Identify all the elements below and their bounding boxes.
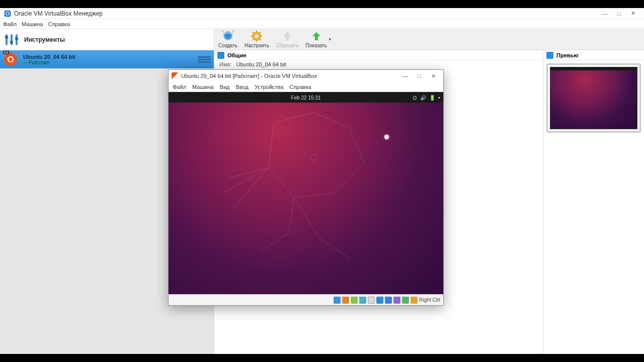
svg-point-11	[11, 56, 13, 58]
vm-menu-view[interactable]: Вид	[220, 84, 230, 90]
status-cpu-icon[interactable]	[402, 297, 409, 304]
letterbox-top	[0, 0, 644, 8]
ubuntu-os-icon: 64	[4, 52, 19, 67]
battery-icon[interactable]: 🔋	[429, 95, 435, 101]
general-section-icon	[217, 52, 224, 59]
vm-menu-help[interactable]: Справка	[289, 84, 311, 90]
guest-cursor-icon	[384, 135, 389, 139]
detail-name-value: Ubuntu 20_04 64 bit	[236, 61, 286, 67]
svg-point-6	[10, 40, 13, 43]
svg-rect-2	[7, 12, 9, 14]
svg-point-27	[311, 155, 317, 161]
virtualbox-app-icon	[4, 10, 11, 17]
preview-section-icon	[546, 52, 553, 59]
section-general-title: Общие	[227, 52, 247, 58]
svg-point-12	[11, 60, 13, 62]
manager-close-button[interactable]: ✕	[626, 9, 640, 18]
preview-frame	[546, 63, 641, 133]
section-preview-header[interactable]: Превью	[543, 50, 644, 60]
chevron-down-icon[interactable]: ▼	[328, 37, 332, 42]
svg-point-4	[5, 35, 8, 38]
volume-icon[interactable]: 🔊	[420, 95, 426, 101]
svg-line-22	[260, 39, 261, 40]
status-hdd-icon[interactable]	[334, 297, 341, 304]
status-optical-icon[interactable]	[342, 297, 349, 304]
svg-line-24	[260, 32, 261, 33]
detail-name-key: Имя:	[219, 61, 231, 67]
vm-window-title-bar[interactable]: Ubuntu 20_04 64 bit [Работает] - Oracle …	[169, 70, 443, 82]
vm-window-maximize-button[interactable]: □	[412, 71, 426, 80]
tools-row[interactable]: Инструменты	[0, 29, 214, 50]
vm-status-bar: Right Ctrl	[169, 294, 443, 305]
vm-status: ➔ Работает	[23, 60, 75, 65]
manager-title-bar[interactable]: Oracle VM VirtualBox Менеджер — □ ✕	[0, 8, 644, 19]
running-arrow-icon: ➔	[23, 60, 27, 65]
main-toolbar: Создать Настроить Сбросить Показать ▼	[214, 29, 644, 50]
network-icon[interactable]: ⌬	[413, 95, 417, 101]
status-display-icon[interactable]	[385, 297, 392, 304]
tools-icon	[4, 31, 19, 48]
menu-file[interactable]: Файл	[3, 21, 17, 27]
toolbar-reset-button: Сбросить	[274, 30, 300, 48]
guest-display[interactable]: Feb 22 15:31 ⌬ 🔊 🔋 ▾	[169, 92, 443, 294]
manager-title-text: Oracle VM VirtualBox Менеджер	[14, 10, 103, 17]
vm-status-text: Работает	[29, 60, 50, 65]
detail-name-row: Имя: Ubuntu 20_04 64 bit	[214, 60, 543, 68]
vm-menu-file[interactable]: Файл	[173, 84, 186, 90]
guest-top-bar[interactable]: Feb 22 15:31 ⌬ 🔊 🔋 ▾	[169, 93, 443, 103]
status-recording-icon[interactable]	[393, 297, 400, 304]
svg-rect-25	[286, 37, 289, 40]
vm-menu-devices[interactable]: Устройства	[255, 84, 284, 90]
vm-list-item-selected[interactable]: 64 Ubuntu 20_04 64 bit ➔ Работает	[0, 50, 214, 68]
guest-clock: Feb 22 15:31	[291, 95, 321, 101]
section-general-header[interactable]: Общие	[214, 50, 543, 60]
vm-name: Ubuntu 20_04 64 bit	[23, 54, 75, 60]
manager-maximize-button[interactable]: □	[612, 9, 626, 18]
svg-point-10	[7, 58, 9, 60]
letterbox-bottom	[0, 354, 644, 362]
tools-label: Инструменты	[24, 36, 65, 43]
vm-running-window[interactable]: Ubuntu 20_04 64 bit [Работает] - Oracle …	[168, 69, 444, 306]
menu-machine[interactable]: Машина	[22, 21, 43, 27]
preview-thumbnail[interactable]	[550, 67, 637, 129]
manager-minimize-button[interactable]: —	[598, 9, 612, 18]
vm-window-app-icon	[172, 72, 179, 79]
vm-menu-machine[interactable]: Машина	[192, 84, 214, 90]
menu-help[interactable]: Справка	[48, 21, 70, 27]
svg-line-21	[253, 32, 254, 33]
status-mouse-icon[interactable]	[411, 297, 418, 304]
toolbar-configure-button[interactable]: Настроить	[243, 30, 271, 48]
guest-system-tray[interactable]: ⌬ 🔊 🔋 ▾	[413, 95, 440, 101]
svg-point-8	[15, 37, 18, 40]
status-usb-icon[interactable]	[368, 297, 375, 304]
vm-window-menu-bar: Файл Машина Вид Ввод Устройства Справка	[169, 82, 443, 92]
status-shared-folders-icon[interactable]	[376, 297, 383, 304]
vm-menu-input[interactable]: Ввод	[236, 84, 249, 90]
vm-window-close-button[interactable]: ✕	[426, 71, 440, 80]
vm-window-title-text: Ubuntu 20_04 64 bit [Работает] - Oracle …	[181, 73, 317, 79]
svg-point-16	[255, 35, 259, 38]
manager-menu-bar: Файл Машина Справка	[0, 19, 644, 29]
preview-pane: Превью	[543, 50, 644, 354]
chevron-down-icon[interactable]: ▾	[438, 96, 440, 100]
toolbar-show-button[interactable]: Показать ▼	[303, 30, 334, 48]
arch-badge: 64	[3, 51, 9, 54]
host-key-indicator[interactable]: Right Ctrl	[419, 297, 440, 303]
vm-window-minimize-button[interactable]: —	[398, 71, 412, 80]
ubuntu-wallpaper-art	[169, 93, 443, 293]
vm-item-menu-button[interactable]	[198, 54, 211, 64]
toolbar-create-button[interactable]: Создать	[216, 30, 239, 48]
svg-line-23	[253, 39, 254, 40]
svg-marker-26	[269, 113, 364, 198]
status-audio-icon[interactable]	[351, 297, 358, 304]
section-preview-title: Превью	[556, 52, 579, 58]
status-network-icon[interactable]	[359, 297, 366, 304]
